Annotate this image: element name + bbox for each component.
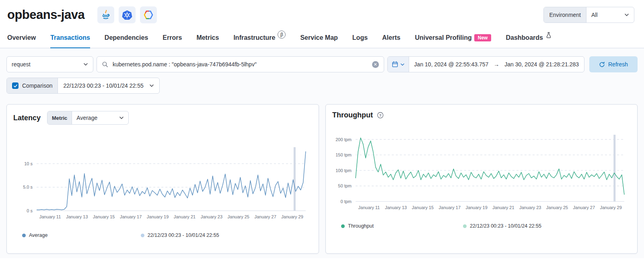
- svg-text:January 15: January 15: [412, 205, 434, 210]
- comparison-value: 22/12/23 00:23 - 10/01/24 22:55: [63, 82, 143, 89]
- tab-label: Errors: [163, 34, 182, 41]
- beta-badge: β: [278, 31, 286, 39]
- throughput-panel: Throughput ? 0 tpm50 tpm100 tpm150 tpm20…: [325, 104, 638, 254]
- tab-overview[interactable]: Overview: [7, 34, 36, 48]
- environment-select[interactable]: Environment All: [543, 7, 634, 23]
- svg-text:January 19: January 19: [465, 205, 487, 210]
- svg-text:January 25: January 25: [228, 214, 249, 219]
- metric-value: Average: [76, 115, 97, 121]
- metric-label: Metric: [47, 111, 72, 124]
- comparison-checkbox[interactable]: [12, 82, 19, 89]
- filter-bar: request ✕ Jan 10, 2024 @ 22:55:43.757 → …: [6, 56, 638, 72]
- clear-search-icon[interactable]: ✕: [372, 61, 379, 68]
- refresh-button[interactable]: Refresh: [589, 56, 638, 72]
- svg-text:January 11: January 11: [39, 214, 61, 219]
- latency-chart: 0 s5.0 s10 sJanuary 11January 13January …: [13, 143, 312, 224]
- chevron-down-icon: [119, 115, 124, 120]
- legend-label: 22/12/23 00:23 - 10/01/24 22:55: [470, 223, 541, 229]
- svg-text:January 23: January 23: [201, 214, 222, 219]
- latency-panel: Latency Metric Average 0 s5.0 s10 sJanua…: [6, 104, 319, 254]
- svg-text:January 17: January 17: [439, 205, 461, 210]
- legend-label: 22/12/23 00:23 - 10/01/24 22:55: [148, 232, 219, 238]
- tab-universal-profiling[interactable]: Universal ProfilingNew: [415, 34, 491, 48]
- legend-dot-icon: [463, 224, 467, 228]
- tab-alerts[interactable]: Alerts: [382, 34, 400, 48]
- legend-item[interactable]: Average: [22, 232, 47, 238]
- svg-text:January 19: January 19: [147, 214, 169, 219]
- tab-label: Overview: [7, 34, 36, 41]
- svg-text:January 25: January 25: [546, 205, 568, 210]
- comparison-checkbox-group[interactable]: Comparison: [7, 78, 58, 93]
- page-header: opbeans-java: [0, 0, 644, 23]
- svg-text:January 29: January 29: [281, 214, 303, 219]
- chevron-down-icon: [83, 62, 88, 67]
- legend-dot-icon: [22, 234, 26, 237]
- service-icons: [97, 6, 157, 23]
- legend-item[interactable]: 22/12/23 00:23 - 10/01/24 22:55: [141, 232, 219, 238]
- svg-text:0 s: 0 s: [27, 208, 33, 213]
- svg-text:?: ?: [379, 113, 382, 117]
- search-icon: [102, 61, 108, 68]
- tab-infrastructure[interactable]: Infrastructureβ: [233, 34, 286, 48]
- tab-bar: OverviewTransactionsDependenciesErrorsMe…: [0, 34, 644, 48]
- legend-label: Throughput: [348, 223, 374, 229]
- svg-text:January 15: January 15: [93, 214, 115, 219]
- java-icon: [97, 6, 114, 23]
- charts-row: Latency Metric Average 0 s5.0 s10 sJanua…: [6, 104, 638, 254]
- tab-logs[interactable]: Logs: [352, 34, 368, 48]
- tab-label: Infrastructure: [233, 34, 275, 41]
- tab-label: Service Map: [300, 34, 337, 41]
- legend-item[interactable]: Throughput: [341, 223, 374, 229]
- comparison-control: Comparison 22/12/23 00:23 - 10/01/24 22:…: [6, 78, 160, 94]
- svg-text:January 21: January 21: [174, 214, 195, 219]
- svg-text:January 11: January 11: [358, 205, 380, 210]
- chevron-down-icon: [400, 62, 405, 67]
- tab-label: Metrics: [196, 34, 219, 41]
- date-end[interactable]: Jan 30, 2024 @ 21:28:21.283: [499, 61, 584, 68]
- throughput-legend: Throughput22/12/23 00:23 - 10/01/24 22:5…: [332, 223, 631, 229]
- tab-service-map[interactable]: Service Map: [300, 34, 337, 48]
- svg-text:January 27: January 27: [573, 205, 595, 210]
- svg-text:150 tpm: 150 tpm: [335, 152, 352, 157]
- chevron-down-icon: [624, 12, 629, 17]
- refresh-icon: [599, 62, 605, 68]
- svg-text:10 s: 10 s: [24, 161, 33, 166]
- legend-dot-icon: [141, 234, 144, 237]
- tab-dependencies[interactable]: Dependencies: [105, 34, 148, 48]
- tab-errors[interactable]: Errors: [163, 34, 182, 48]
- tab-dashboards[interactable]: Dashboards: [506, 34, 551, 48]
- search-box: ✕: [97, 56, 384, 72]
- latency-legend: Average22/12/23 00:23 - 10/01/24 22:55: [13, 232, 312, 238]
- svg-text:January 29: January 29: [600, 205, 621, 210]
- transaction-type-select[interactable]: request: [6, 56, 93, 72]
- metric-select[interactable]: Average: [72, 111, 128, 124]
- search-input[interactable]: [112, 61, 368, 68]
- svg-text:200 tpm: 200 tpm: [335, 137, 352, 142]
- latency-title: Latency: [13, 114, 41, 122]
- tab-label: Dashboards: [506, 34, 543, 41]
- date-start[interactable]: Jan 10, 2024 @ 22:55:43.757: [409, 61, 494, 68]
- svg-text:January 13: January 13: [385, 205, 407, 210]
- comparison-select[interactable]: 22/12/23 00:23 - 10/01/24 22:55: [58, 78, 159, 93]
- help-icon[interactable]: ?: [377, 112, 384, 119]
- date-range-arrow-icon: →: [494, 61, 499, 68]
- environment-label: Environment: [544, 7, 586, 23]
- page-title: opbeans-java: [7, 8, 84, 22]
- svg-text:January 17: January 17: [120, 214, 142, 219]
- environment-value: All: [591, 12, 598, 18]
- latency-metric-control: Metric Average: [47, 111, 129, 125]
- tab-transactions[interactable]: Transactions: [50, 34, 90, 48]
- legend-dot-icon: [341, 224, 345, 228]
- svg-text:100 tpm: 100 tpm: [335, 168, 352, 173]
- svg-text:January 21: January 21: [492, 205, 514, 210]
- tab-metrics[interactable]: Metrics: [196, 34, 219, 48]
- svg-text:January 27: January 27: [254, 214, 276, 219]
- refresh-label: Refresh: [608, 61, 628, 68]
- svg-text:50 tpm: 50 tpm: [338, 183, 352, 188]
- comparison-label: Comparison: [22, 82, 52, 89]
- kubernetes-icon: [119, 6, 136, 23]
- tab-label: Logs: [352, 34, 368, 41]
- legend-item[interactable]: 22/12/23 00:23 - 10/01/24 22:55: [463, 223, 541, 229]
- svg-text:January 13: January 13: [66, 214, 88, 219]
- date-quick-select-button[interactable]: [388, 57, 409, 72]
